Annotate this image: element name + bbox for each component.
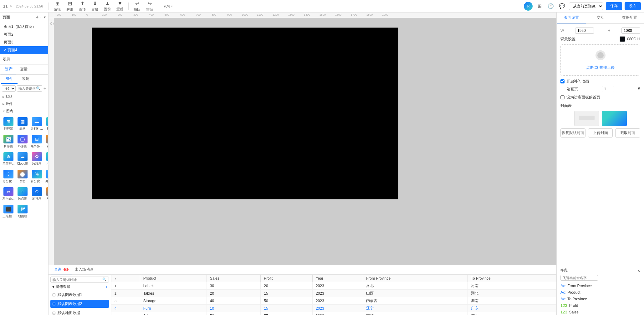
cell-from-3: 内蒙古 [363,297,468,305]
comp-cloud[interactable]: ☁ Cloud图 [16,151,29,167]
comp-pie[interactable]: ⬤ 饼图 [16,168,29,185]
toolbar-redo-btn[interactable]: ↪ 重做 [144,0,156,12]
cell-to-5: 广西 [468,312,556,315]
section-default[interactable]: ▶ 默认 [0,93,48,100]
save-button[interactable]: 保存 [606,2,622,10]
bottom-label: 置底 [91,7,98,12]
add-component-button[interactable]: + [43,86,46,91]
field-product[interactable]: Aα Product [560,289,640,296]
page-item-3[interactable]: 页面3 [0,38,48,46]
category-select[interactable]: 全部 [2,85,16,92]
comp-dual-val[interactable]: ⊟ 双值图 [45,186,48,202]
comp-3d-bar[interactable]: ⬛ 三维柱... [2,203,15,220]
animation-count-input[interactable] [602,86,614,92]
bottom-tab-animation[interactable]: 出入场动画 [72,265,97,274]
height-input[interactable] [621,28,640,34]
edit-title-icon[interactable]: ✎ [9,4,13,8]
right-tab-page-settings[interactable]: 页面设置 [557,12,586,23]
static-data-expand-icon[interactable]: ▼ [52,285,55,289]
pages-label: 页面 [3,15,35,20]
page-3-label: 页面3 [4,40,13,45]
toolbar-forward-btn[interactable]: ▲ 置前 [101,0,113,12]
comp-table[interactable]: ▦ 表格 [16,116,29,132]
bottom-tab-query[interactable]: 查询 3 [51,265,72,274]
history-icon[interactable]: 🕐 [546,2,555,11]
comp-cloud-label: Cloud图 [17,162,28,166]
comp-split[interactable]: ⋮ 分分化... [2,168,15,185]
apps-grid-icon[interactable]: ⊞ [535,2,544,11]
chat-icon[interactable]: 💬 [558,2,566,11]
right-tab-interaction[interactable]: 交互 [586,12,615,23]
pages-add-button[interactable]: + [40,14,43,20]
field-search-input[interactable] [560,275,598,281]
variable-tab[interactable]: 变量 [16,65,31,74]
cover-buttons: 恢复默认封面 上传封面 截取封面 [560,128,640,138]
upload-cover-btn[interactable]: 上传封面 [588,128,613,138]
cell-sales-2: 20 [207,290,261,297]
toolbar-ungroup-btn[interactable]: ⊟ 解组 [64,0,76,12]
forward-label: 置前 [104,7,111,12]
section-controls[interactable]: ▶ 控件 [0,100,48,108]
comp-bar-parallel[interactable]: ▬ 并列柱... [30,116,43,132]
data-source-3-label: 默认地图数据 [58,310,80,315]
fields-expand-icon[interactable]: ∧ [637,268,640,273]
avatar-btn[interactable]: R [524,2,533,11]
toolbar-undo-btn[interactable]: ↩ 撤回 [131,0,143,12]
asset-tab[interactable]: 资产 [1,65,16,74]
toolbar-backward-btn[interactable]: ▼ 置后 [114,0,126,12]
top-toolbar: 11 ✎ 2024-09-05 21:56 ⊞ 编辑 ⊟ 解组 ⬆ 置顶 ⬇ 置… [0,0,644,12]
section-charts[interactable]: ▼ 图表 [0,108,48,115]
restore-default-cover-btn[interactable]: 恢复默认封面 [560,128,585,138]
component-search-input[interactable] [18,87,35,90]
field-profit[interactable]: 123 Profit [560,302,640,309]
toolbar-bottom-btn[interactable]: ⬇ 置底 [89,0,101,12]
comp-line[interactable]: 📈 折线图 [45,116,48,132]
field-from-province[interactable]: Aα From Province [560,282,640,289]
field-to-province[interactable]: Aα To Province [560,296,640,302]
data-search-input[interactable] [53,278,101,282]
comp-map-bar2[interactable]: 🗺 地图柱 [16,203,29,220]
canvas-viewport[interactable] [54,18,556,265]
set-visitor-checkbox[interactable] [560,95,565,99]
decor-tab[interactable]: 装饰 [18,75,34,84]
static-data-add-icon[interactable]: + [106,285,108,289]
comp-area[interactable]: 📉 折形图 [2,133,15,150]
data-source-3[interactable]: ⊞ 默认地图数据 [50,309,109,315]
comp-parallel-bar[interactable]: ≡ 并列条... [45,168,48,185]
comp-dual-axis[interactable]: 〓 双轴图 [45,133,48,150]
toolbar-top-btn[interactable]: ⬆ 置顶 [76,0,88,12]
set-visitor-label: 设为访客面板的首页 [566,95,600,100]
component-tab[interactable]: 组件 [1,75,18,84]
comp-flipcard[interactable]: ⊞ 翻牌器 [2,116,15,132]
pages-expand-button[interactable]: ▾ [44,15,46,19]
page-item-1[interactable]: 页面1（默认首页） [0,23,48,31]
color-swatch[interactable] [620,36,625,42]
zoom-control[interactable]: 76% ▾ [161,4,175,9]
section-controls-label: 控件 [6,102,13,106]
comp-scatter[interactable]: ⚬ 散点图 [16,186,29,202]
comp-ring[interactable]: ◯ 环形图 [16,133,29,150]
page-item-2[interactable]: 页面2 [0,31,48,38]
preview-select[interactable]: 从当前页预览 [569,2,603,10]
toolbar-edit-btn[interactable]: ⊞ 编辑 [51,0,63,12]
comp-percent[interactable]: % 百分比... [30,168,43,185]
w-label: W [560,28,564,33]
comp-matrix[interactable]: ⊟ 矩阵多... [30,133,43,150]
comp-bi-bar[interactable]: ⇔ 双向条... [2,186,15,202]
capture-cover-btn[interactable]: 截取封面 [615,128,640,138]
right-tab-data-config[interactable]: 数据配置 [615,12,644,23]
data-source-2[interactable]: ⊞ 默认图表数据2 [50,300,109,308]
comp-rose[interactable]: ✿ 玫瑰图 [30,151,43,167]
comp-single-val[interactable]: ⊕ 单值环... [2,151,15,167]
publish-button[interactable]: 发布 [625,2,641,10]
h-label: H [608,28,611,33]
page-item-4[interactable]: ✓ 页面4 [0,46,48,54]
field-sales[interactable]: 123 Sales [560,309,640,315]
width-input[interactable] [575,28,594,34]
toolbar-right-area: R ⊞ 🕐 💬 从当前页预览 保存 发布 [524,2,641,11]
data-source-1[interactable]: ⊞ 默认图表数据1 [50,291,109,299]
comp-geo-view[interactable]: ⊙ 地视图 [30,186,43,202]
comp-map-bar[interactable]: 🗺 地图柱 [45,151,48,167]
upload-area[interactable]: 点击 或 拖拽上传 [560,44,640,76]
open-animation-checkbox[interactable] [560,79,565,83]
